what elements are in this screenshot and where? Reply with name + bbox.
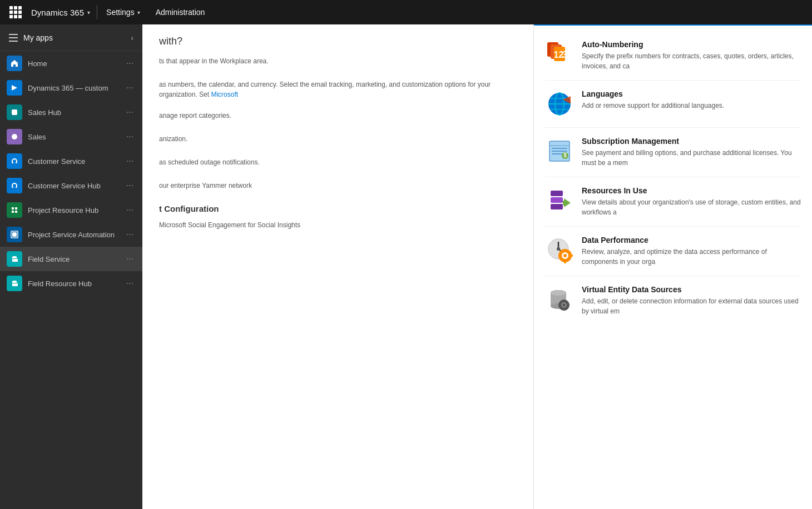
- settings-chevron: ▾: [137, 9, 140, 16]
- svg-rect-4: [15, 207, 17, 209]
- app-name-button[interactable]: Dynamics 365 ▾: [26, 0, 96, 24]
- resourcesinuse-title: Resources In Use: [582, 186, 801, 195]
- right-item-languages[interactable]: Languages Add or remove support for addi…: [545, 81, 801, 128]
- app-name-chevron: ▾: [87, 9, 90, 16]
- sidebar-item-sales-label: Sales: [28, 133, 124, 141]
- sidebar-item-home[interactable]: Home ···: [0, 51, 142, 76]
- sidebar-item-customerservicehub-label: Customer Service Hub: [28, 182, 124, 190]
- sidebar-item-customerservice-more[interactable]: ···: [124, 154, 136, 168]
- sidebar-item-customerservice[interactable]: Customer Service ···: [0, 149, 142, 173]
- svg-rect-8: [12, 232, 17, 237]
- right-item-dataperformance[interactable]: Data Performance Review, analyze, and op…: [545, 227, 801, 276]
- sidebar-item-customerservicehub[interactable]: Customer Service Hub ···: [0, 173, 142, 198]
- svg-rect-39: [564, 261, 566, 263]
- section-yammer: our enterprise Yammer network: [159, 181, 517, 191]
- section-system: as numbers, the calendar, and currency. …: [159, 79, 517, 121]
- dataperformance-title: Data Performance: [582, 236, 801, 244]
- sidebar-item-customerservicehub-more[interactable]: ···: [124, 178, 136, 193]
- section-workplace-text: ts that appear in the Workplace area.: [159, 56, 517, 66]
- sidebar-item-customerservice-label: Customer Service: [28, 157, 124, 166]
- sidebar-item-fieldservice-label: Field Service: [28, 255, 124, 263]
- virtualentity-desc: Add, edit, or delete connection informat…: [582, 296, 801, 316]
- languages-content: Languages Add or remove support for addi…: [582, 89, 801, 111]
- sidebar: My apps › Home ··· Dynamics 365 — custom…: [0, 24, 142, 509]
- autonumber-icon: 1 2 3: [545, 40, 574, 69]
- sidebar-item-projectserviceautomation[interactable]: Project Service Automation ···: [0, 222, 142, 247]
- main-content: with? ts that appear in the Workplace ar…: [142, 24, 812, 509]
- section-socialinsights-title: t Configuration: [159, 204, 517, 213]
- right-item-subscriptionmanagement[interactable]: $ Subscription Management See payment an…: [545, 128, 801, 177]
- svg-rect-32: [563, 201, 565, 205]
- sidebar-item-fieldresourcehub-more[interactable]: ···: [124, 276, 136, 291]
- sidebar-item-fieldservice[interactable]: Field Service ···: [0, 247, 142, 271]
- svg-rect-5: [12, 211, 14, 213]
- virtualentity-content: Virtual Entity Data Sources Add, edit, o…: [582, 285, 801, 316]
- sidebar-item-fieldresourcehub[interactable]: Field Resource Hub ···: [0, 271, 142, 296]
- fieldresourcehub-icon: [7, 276, 22, 291]
- sidebar-item-dynamics365custom[interactable]: Dynamics 365 — custom ···: [0, 76, 142, 100]
- sidebar-item-dynamics-more[interactable]: ···: [124, 81, 136, 95]
- svg-text:1: 1: [554, 50, 559, 59]
- autonumbering-desc: Specify the prefix numbers for contracts…: [582, 51, 801, 71]
- administration-label: Administration: [156, 8, 205, 17]
- resourcesinuse-content: Resources In Use View details about your…: [582, 186, 801, 217]
- sidebar-item-saleshub[interactable]: Sales Hub ···: [0, 100, 142, 124]
- sidebar-item-sales[interactable]: Sales ···: [0, 124, 142, 149]
- dataperformance-desc: Review, analyze, and optimize the data a…: [582, 247, 801, 267]
- grid-menu-button[interactable]: [6, 0, 26, 24]
- projectserviceautomation-icon: [7, 227, 22, 242]
- svg-rect-40: [558, 255, 561, 257]
- right-item-resourcesinuse[interactable]: Resources In Use View details about your…: [545, 177, 801, 227]
- sidebar-item-projectresourcehub[interactable]: Project Resource Hub ···: [0, 198, 142, 222]
- projectresourcehub-icon: [7, 202, 22, 218]
- left-content: with? ts that appear in the Workplace ar…: [142, 24, 534, 509]
- svg-rect-30: [551, 204, 563, 209]
- sidebar-item-projectserviceautomation-more[interactable]: ···: [124, 227, 136, 242]
- topbar: Dynamics 365 ▾ Settings ▾ Administration: [0, 0, 812, 24]
- svg-point-34: [557, 247, 560, 251]
- section-system-text2: anage report categories.: [159, 111, 517, 121]
- section-yammer-text: our enterprise Yammer network: [159, 181, 517, 191]
- right-item-autonumbering[interactable]: 1 2 3 Auto-Numbering Specify the prefix …: [545, 31, 801, 81]
- svg-rect-38: [564, 249, 566, 251]
- section-systemnotifications-text: as scheduled outage notifications.: [159, 157, 517, 167]
- section-systemnotifications: as scheduled outage notifications.: [159, 157, 517, 167]
- sidebar-item-sales-more[interactable]: ···: [124, 129, 136, 144]
- svg-rect-52: [567, 305, 570, 306]
- svg-rect-6: [15, 211, 17, 213]
- sidebar-item-saleshub-label: Sales Hub: [28, 108, 124, 117]
- section-socialinsights-text: Microsoft Social Engagement for Social I…: [159, 220, 517, 230]
- sidebar-item-fieldservice-more[interactable]: ···: [124, 252, 136, 266]
- languages-desc: Add or remove support for additional lan…: [582, 101, 801, 111]
- myapps-item[interactable]: My apps ›: [0, 24, 142, 51]
- microsoft-link[interactable]: Microsoft: [211, 91, 238, 98]
- settings-nav-item[interactable]: Settings ▾: [98, 0, 148, 24]
- svg-marker-0: [12, 85, 17, 91]
- svg-text:3: 3: [562, 50, 567, 59]
- section-system-text: as numbers, the calendar, and currency. …: [159, 79, 517, 99]
- virtualentity-icon: [545, 285, 574, 314]
- customerservicehub-icon: [7, 178, 22, 193]
- home-icon: [7, 56, 22, 71]
- sidebar-item-saleshub-more[interactable]: ···: [124, 105, 136, 119]
- topbar-divider: [97, 5, 97, 19]
- svg-rect-41: [571, 255, 573, 257]
- administration-nav-item[interactable]: Administration: [148, 0, 213, 24]
- sales-icon: [7, 129, 22, 144]
- right-item-virtualentity[interactable]: Virtual Entity Data Sources Add, edit, o…: [545, 276, 801, 325]
- section-datamanagement: anization.: [159, 134, 517, 144]
- fieldservice-icon: [7, 251, 22, 267]
- svg-rect-50: [563, 308, 565, 311]
- svg-text:$: $: [563, 152, 567, 158]
- sidebar-item-home-more[interactable]: ···: [124, 56, 136, 71]
- sidebar-item-projectresourcehub-more[interactable]: ···: [124, 203, 136, 217]
- myapps-label: My apps: [23, 33, 131, 42]
- virtualentity-title: Virtual Entity Data Sources: [582, 285, 801, 294]
- subscription-icon: $: [545, 137, 574, 166]
- customerservice-icon: [7, 153, 22, 169]
- sidebar-item-fieldresourcehub-label: Field Resource Hub: [28, 280, 124, 288]
- svg-rect-24: [552, 151, 567, 152]
- right-panel: 1 2 3 Auto-Numbering Specify the prefix …: [534, 24, 812, 509]
- svg-point-45: [551, 290, 566, 296]
- app-name-label: Dynamics 365: [31, 8, 84, 17]
